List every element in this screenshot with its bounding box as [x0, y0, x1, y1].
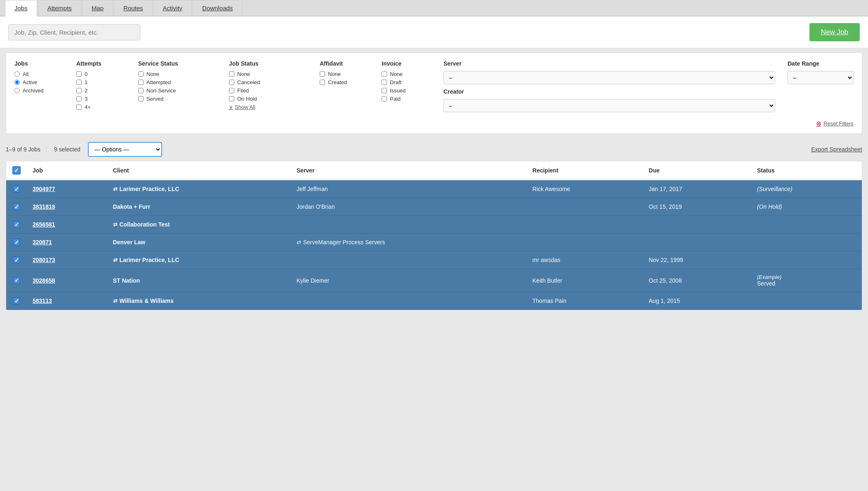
filter-attempts-3[interactable]: 3	[76, 96, 122, 102]
filter-jobs-all-radio[interactable]	[14, 71, 20, 77]
table-row: 3028658ST NationKylie DiemerKeith Butler…	[6, 269, 862, 292]
filter-ss-nonservice[interactable]: Non-Service	[138, 87, 212, 94]
show-all-link[interactable]: ∨ Show All	[229, 104, 303, 110]
filter-attempts-2[interactable]: 2	[76, 87, 122, 94]
filter-server-select[interactable]: –	[443, 71, 775, 84]
row-checkbox[interactable]	[13, 203, 20, 210]
table-row: 320871Denver Law⇄ServeManager Process Se…	[6, 234, 862, 251]
job-id-link[interactable]: 3028658	[33, 277, 55, 284]
filter-attempts: Attempts 0 1 2 3 4+	[76, 60, 122, 127]
tab-downloads[interactable]: Downloads	[193, 0, 242, 16]
row-recipient	[527, 198, 643, 216]
row-recipient: Keith Butler	[527, 269, 643, 292]
tab-routes[interactable]: Routes	[114, 0, 153, 16]
tab-attempts[interactable]: Attempts	[38, 0, 81, 16]
row-due: Jan 17, 2017	[643, 180, 752, 198]
new-job-button[interactable]: New Job	[809, 23, 860, 41]
row-checkbox[interactable]	[13, 221, 20, 228]
filter-jobs-active-radio[interactable]	[14, 80, 20, 85]
search-input[interactable]	[8, 24, 140, 40]
table-wrapper: Job Client Server Recipient Due Status 3…	[6, 161, 862, 310]
filter-aff-created[interactable]: Created	[320, 79, 365, 85]
filter-jobs-label: Jobs	[14, 60, 60, 67]
job-id-link[interactable]: 583113	[33, 297, 52, 304]
row-checkbox-cell[interactable]	[6, 269, 27, 292]
export-spreadsheet-link[interactable]: Export Spreadsheet	[811, 146, 862, 153]
row-client: ⇄Larimer Practice, LLC	[107, 180, 291, 198]
reset-filters-button[interactable]: ⊗ Reset Filters	[443, 120, 854, 127]
filter-inv-none[interactable]: None	[382, 71, 427, 77]
row-server: Jordan O'Brian	[291, 198, 527, 216]
job-id-link[interactable]: 3904977	[33, 186, 55, 192]
row-due: Oct 25, 2008	[643, 269, 752, 292]
select-all-checkbox[interactable]	[12, 166, 21, 175]
filter-attempts-1[interactable]: 1	[76, 79, 122, 85]
job-id-link[interactable]: 320871	[33, 239, 52, 246]
filter-inv-issued[interactable]: Issued	[382, 87, 427, 94]
filter-daterange-label: Date Range	[788, 60, 854, 67]
filter-js-filed[interactable]: Filed	[229, 87, 303, 94]
filter-js-onhold[interactable]: On Hold	[229, 96, 303, 102]
filter-jobs: Jobs All Active Archived	[14, 60, 60, 127]
row-server: Kylie Diemer	[291, 269, 527, 292]
row-checkbox-cell[interactable]	[6, 198, 27, 216]
sync-icon: ⇄	[113, 257, 118, 263]
sync-icon: ⇄	[113, 222, 118, 228]
job-id-link[interactable]: 3831818	[33, 203, 55, 210]
filter-server-area: Server – Creator – Date Range –	[443, 60, 854, 127]
row-checkbox[interactable]	[13, 238, 20, 246]
row-checkbox[interactable]	[13, 256, 20, 264]
row-checkbox[interactable]	[13, 185, 20, 193]
filter-jobs-archived[interactable]: Archived	[14, 87, 60, 94]
filter-creator-select[interactable]: –	[443, 99, 775, 112]
tab-jobs[interactable]: Jobs	[5, 0, 37, 17]
row-checkbox-cell[interactable]	[6, 180, 27, 198]
header-checkbox-col[interactable]	[6, 161, 27, 180]
header-recipient: Recipient	[527, 161, 643, 180]
row-checkbox-cell[interactable]	[6, 292, 27, 310]
row-client: ⇄Collaboration Test	[107, 216, 291, 234]
filter-jobs-archived-radio[interactable]	[14, 88, 20, 93]
filter-attempts-4plus[interactable]: 4+	[76, 104, 122, 110]
filter-js-none[interactable]: None	[229, 71, 303, 77]
filter-affidavit: Affidavit None Created	[320, 60, 365, 127]
row-job-id: 2080173	[27, 251, 107, 269]
jobs-selected: 9 selected	[54, 146, 80, 153]
row-status	[751, 234, 862, 251]
row-client: ⇄Williams & Williams	[107, 292, 291, 310]
row-checkbox[interactable]	[13, 277, 20, 284]
filter-js-canceled[interactable]: Canceled	[229, 79, 303, 85]
filter-ss-attempted[interactable]: Attempted	[138, 79, 212, 85]
row-due	[643, 234, 752, 251]
filter-jobs-active[interactable]: Active	[14, 79, 60, 85]
filter-inv-draft[interactable]: Draft	[382, 79, 427, 85]
job-id-link[interactable]: 2656581	[33, 221, 55, 228]
row-recipient: mr awsdas	[527, 251, 643, 269]
filter-inv-paid[interactable]: Paid	[382, 96, 427, 102]
header-client: Client	[107, 161, 291, 180]
filter-ss-none[interactable]: None	[138, 71, 212, 77]
row-checkbox-cell[interactable]	[6, 234, 27, 251]
row-checkbox[interactable]	[13, 297, 20, 305]
filter-ss-served[interactable]: Served	[138, 96, 212, 102]
filter-attempts-0[interactable]: 0	[76, 71, 122, 77]
filter-aff-none[interactable]: None	[320, 71, 365, 77]
row-recipient	[527, 216, 643, 234]
filter-daterange-select[interactable]: –	[788, 71, 854, 84]
filter-server-label: Server	[443, 60, 775, 67]
row-client: ST Nation	[107, 269, 291, 292]
row-checkbox-cell[interactable]	[6, 251, 27, 269]
tab-map[interactable]: Map	[82, 0, 113, 16]
row-server	[291, 251, 527, 269]
row-client: ⇄Larimer Practice, LLC	[107, 251, 291, 269]
job-id-link[interactable]: 2080173	[33, 257, 55, 263]
row-server: Jeff Jeffman	[291, 180, 527, 198]
row-client: Denver Law	[107, 234, 291, 251]
filter-jobs-all[interactable]: All	[14, 71, 60, 77]
row-client: Dakota + Furr	[107, 198, 291, 216]
options-select[interactable]: — Options —	[88, 142, 162, 157]
reset-filters-text: Reset Filters	[823, 120, 854, 127]
row-job-id: 320871	[27, 234, 107, 251]
row-checkbox-cell[interactable]	[6, 216, 27, 234]
tab-activity[interactable]: Activity	[153, 0, 192, 16]
